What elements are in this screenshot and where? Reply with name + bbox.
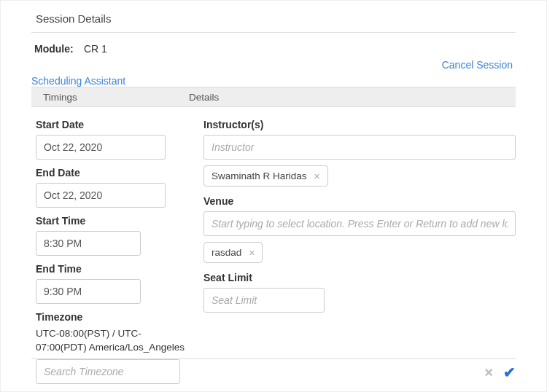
module-row: Module: CR 1 <box>31 43 516 55</box>
footer-bar: × ✔ <box>31 358 516 380</box>
start-time-label: Start Time <box>36 215 187 227</box>
instructor-chip-remove-icon[interactable]: × <box>314 171 320 181</box>
venue-label: Venue <box>203 195 516 207</box>
instructors-label: Instructor(s) <box>203 119 516 130</box>
tabs-bar: Timings Details <box>31 87 516 107</box>
venue-input[interactable] <box>203 211 516 236</box>
start-date-label: Start Date <box>36 119 187 130</box>
end-time-input[interactable] <box>36 279 141 304</box>
instructor-chip-label: Swaminath R Haridas <box>212 170 307 181</box>
start-time-input[interactable] <box>36 231 141 256</box>
seat-limit-label: Seat Limit <box>203 272 516 283</box>
seat-limit-input[interactable] <box>203 288 325 313</box>
scheduling-assistant-link[interactable]: Scheduling Assistant <box>31 75 125 87</box>
venue-chip-remove-icon[interactable]: × <box>249 248 255 258</box>
tab-timings[interactable]: Timings <box>31 87 177 106</box>
venue-chip: rasdad × <box>203 242 263 263</box>
tab-details[interactable]: Details <box>177 87 230 106</box>
start-date-input[interactable] <box>36 135 166 160</box>
venue-chip-label: rasdad <box>212 247 241 258</box>
end-date-label: End Date <box>36 167 187 179</box>
footer-confirm-icon[interactable]: ✔ <box>503 365 516 380</box>
module-label: Module: <box>34 43 81 55</box>
instructor-input[interactable] <box>203 135 516 160</box>
end-time-label: End Time <box>36 263 187 275</box>
cancel-session-link[interactable]: Cancel Session <box>442 59 513 71</box>
module-value: CR 1 <box>84 43 107 55</box>
end-date-input[interactable] <box>36 183 166 208</box>
timezone-text: UTC-08:00(PST) / UTC-07:00(PDT) America/… <box>36 327 187 355</box>
instructor-chip: Swaminath R Haridas × <box>203 165 328 187</box>
page-title: Session Details <box>31 11 516 33</box>
timezone-label: Timezone <box>36 311 187 323</box>
footer-cancel-icon[interactable]: × <box>484 365 493 380</box>
